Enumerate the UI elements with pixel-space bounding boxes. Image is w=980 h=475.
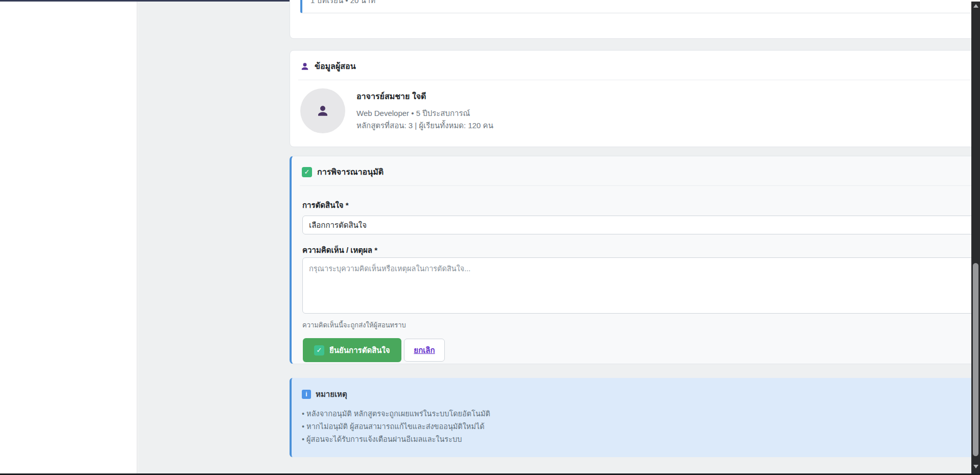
- comment-helper-text: ความคิดเห็นนี้จะถูกส่งให้ผู้สอนทราบ: [302, 320, 406, 330]
- scroll-up-icon: [973, 4, 978, 8]
- confirm-button-label: ยืนยันการตัดสินใจ: [329, 344, 390, 357]
- divider: [300, 185, 980, 186]
- comment-textarea[interactable]: [302, 257, 980, 314]
- approval-card-header: ✓ การพิจารณาอนุมัติ: [292, 156, 980, 185]
- page: 1 บทเรียน • 20 นาที ข้อมูลผู้สอน: [0, 0, 980, 475]
- lesson-summary: 1 บทเรียน • 20 นาที: [310, 0, 375, 7]
- lessons-card: 1 บทเรียน • 20 นาที: [290, 0, 980, 39]
- confirm-decision-button[interactable]: ✓ ยืนยันการตัดสินใจ: [303, 338, 401, 362]
- decision-label: การตัดสินใจ *: [302, 199, 349, 211]
- instructor-name: อาจารย์สมชาย ใจดี: [356, 90, 493, 103]
- scroll-down-button[interactable]: [971, 462, 980, 471]
- approval-card: ✓ การพิจารณาอนุมัติ การตัดสินใจ * เลือกก…: [290, 156, 980, 364]
- scrollbar-thumb[interactable]: [973, 263, 978, 456]
- cancel-button[interactable]: ยกเลิก: [404, 339, 445, 362]
- instructor-card: ข้อมูลผู้สอน อาจารย์สมชาย ใจดี Web Devel…: [290, 50, 980, 147]
- lesson-item: 1 บทเรียน • 20 นาที: [300, 0, 980, 13]
- avatar: [300, 88, 345, 133]
- comment-label: ความคิดเห็น / เหตุผล *: [302, 244, 377, 256]
- approval-card-title: การพิจารณาอนุมัติ: [317, 165, 384, 178]
- note-item: • หากไม่อนุมัติ ผู้สอนสามารถแก้ไขและส่งข…: [302, 420, 980, 433]
- avatar-person-icon: [316, 104, 329, 117]
- button-check-icon: ✓: [314, 345, 324, 355]
- note-item: • ผู้สอนจะได้รับการแจ้งเตือนผ่านอีเมลและ…: [302, 433, 980, 446]
- scrollbar: [971, 2, 980, 473]
- instructor-card-header: ข้อมูลผู้สอน: [290, 51, 980, 80]
- sidebar: [0, 2, 137, 473]
- person-icon: [300, 62, 309, 71]
- note-title: หมายเหตุ: [316, 388, 347, 400]
- decision-select[interactable]: เลือกการตัดสินใจ: [302, 216, 980, 234]
- note-box: i หมายเหตุ • หลังจากอนุมัติ หลักสูตรจะถู…: [290, 378, 980, 457]
- instructor-body: อาจารย์สมชาย ใจดี Web Developer • 5 ปีปร…: [290, 80, 980, 141]
- checkbox-check-icon: ✓: [302, 167, 312, 177]
- scroll-up-button[interactable]: [971, 2, 980, 10]
- instructor-role: Web Developer • 5 ปีประสบการณ์: [356, 107, 493, 120]
- instructor-details: อาจารย์สมชาย ใจดี Web Developer • 5 ปีปร…: [356, 90, 493, 132]
- main-content-area: 1 บทเรียน • 20 นาที ข้อมูลผู้สอน: [138, 2, 971, 473]
- note-item: • หลังจากอนุมัติ หลักสูตรจะถูกเผยแพร่ในร…: [302, 408, 980, 420]
- scroll-down-icon: [973, 465, 978, 468]
- instructor-card-title: ข้อมูลผู้สอน: [315, 60, 356, 73]
- instructor-stats: หลักสูตรที่สอน: 3 | ผู้เรียนทั้งหมด: 120…: [356, 120, 493, 132]
- note-header: i หมายเหตุ: [302, 388, 980, 400]
- info-icon: i: [302, 390, 311, 399]
